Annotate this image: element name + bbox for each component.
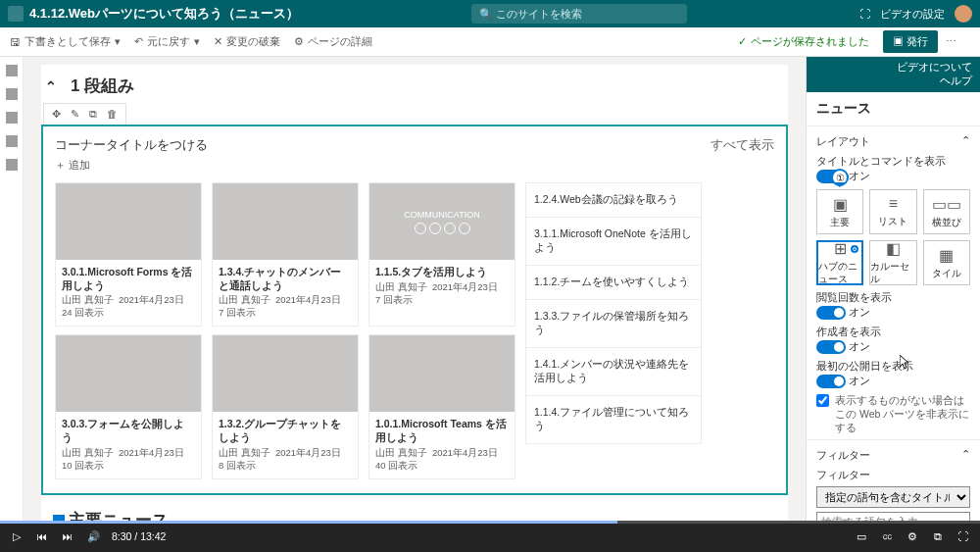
captions-icon[interactable]: ㏄ [880, 529, 894, 543]
toggle-views[interactable] [816, 306, 846, 320]
add-news-link[interactable]: ＋ 追加 [55, 158, 774, 173]
prev-icon[interactable]: ⏮ [35, 529, 49, 543]
layout-option-carousel[interactable]: ◧カルーセル [869, 240, 916, 285]
time-display: 8:30 / 13:42 [112, 530, 166, 542]
filter-select[interactable]: 指定の語句を含むタイトル [816, 486, 970, 508]
avatar[interactable] [955, 5, 972, 23]
next-icon[interactable]: ⏭ [61, 529, 74, 543]
list-item[interactable]: 1.1.2.チームを使いやすくしよう [525, 266, 702, 300]
publish-button[interactable]: ▣ 発行 [883, 30, 938, 53]
layout-option-hub[interactable]: ⊞ハブのニュース [816, 240, 863, 285]
pip-icon[interactable]: ⧉ [931, 529, 945, 543]
settings-icon[interactable]: ⚙ [906, 529, 919, 543]
page-title: 4.1.12.Webパーツについて知ろう（ニュース） [29, 5, 299, 23]
filter-input[interactable] [816, 512, 970, 521]
chapters-icon[interactable]: ▭ [855, 529, 868, 543]
rail-icon[interactable] [6, 65, 18, 76]
layout-option-tiles[interactable]: ▦タイル [923, 240, 970, 285]
play-icon[interactable]: ▷ [10, 529, 24, 543]
news-card[interactable]: 1.3.2.グループチャットをしよう 山田 真知子 2021年4月23日 8 回… [212, 334, 359, 478]
search-input[interactable]: 🔍 このサイトを検索 [471, 4, 687, 24]
webpart-title[interactable]: コーナータイトルをつける [55, 136, 208, 154]
section-header[interactable]: ⌃ 1 段組み [41, 65, 788, 103]
video-player-bar: ▷ ⏮ ⏭ 🔊 8:30 / 13:42 ▭ ㏄ ⚙ ⧉ ⛶ [0, 521, 980, 552]
duplicate-icon[interactable]: ⧉ [89, 108, 97, 121]
discard-button[interactable]: ✕ 変更の破棄 [214, 34, 280, 49]
delete-icon[interactable]: 🗑 [107, 108, 118, 121]
toggle-firstpub[interactable] [816, 375, 846, 388]
search-icon: 🔍 [479, 8, 493, 21]
rail-icon[interactable] [6, 135, 18, 147]
selected-radio-icon [851, 245, 858, 253]
card-thumbnail [56, 335, 201, 412]
app-launcher-icon[interactable] [8, 6, 24, 22]
save-draft-button[interactable]: 🖫 下書きとして保存 ▾ [10, 34, 121, 49]
toggle-label: タイトルとコマンドを表示 [816, 155, 970, 169]
chevron-down-icon: ⌃ [45, 78, 57, 94]
expand-icon[interactable]: ⛶ [859, 8, 870, 20]
suite-header: 4.1.12.Webパーツについて知ろう（ニュース） 🔍 このサイトを検索 ⛶ … [0, 0, 980, 27]
card-thumbnail [56, 183, 201, 260]
edit-icon[interactable]: ✎ [71, 108, 79, 121]
pane-title: ニュース [807, 92, 980, 126]
volume-icon[interactable]: 🔊 [86, 529, 100, 543]
card-thumbnail [213, 335, 358, 412]
group-label: レイアウト [816, 134, 870, 149]
toggle-label: 閲覧回数を表示 [816, 291, 970, 305]
list-item[interactable]: 1.3.3.ファイルの保管場所を知ろう [525, 300, 702, 348]
card-thumbnail [369, 335, 514, 412]
group-label: フィルター [816, 448, 870, 463]
list-item[interactable]: 1.4.1.メンバーの状況や連絡先を活用しよう [525, 348, 702, 396]
layout-option-top[interactable]: ▣主要 ① [816, 189, 863, 234]
more-icon[interactable]: ⋯ [946, 35, 956, 48]
webpart-toolbar: ✥ ✎ ⧉ 🗑 [43, 103, 126, 125]
toggle-label: 作成者を表示 [816, 326, 970, 339]
page-details-button[interactable]: ⚙ ページの詳細 [294, 34, 372, 49]
undo-button[interactable]: ↶ 元に戻す ▾ [134, 34, 200, 49]
progress-bar[interactable] [0, 521, 980, 524]
section-heading: 主要ニュース [41, 495, 788, 521]
left-rail [0, 57, 24, 521]
list-item[interactable]: 1.1.4.ファイル管理について知ろう [525, 396, 702, 444]
hide-empty-checkbox[interactable]: 表示するものがない場合はこの Web パーツを非表示にする [816, 394, 970, 435]
see-all-link[interactable]: すべて表示 [710, 136, 774, 154]
saved-status: ✓ ページが保存されました [738, 34, 869, 49]
video-settings-link[interactable]: ビデオの設定 [880, 7, 945, 22]
rail-icon[interactable] [6, 112, 18, 124]
news-card[interactable]: 3.0.1.Microsoft Forms を活用しよう 山田 真知子 2021… [55, 182, 202, 326]
move-icon[interactable]: ✥ [52, 108, 61, 121]
list-item[interactable]: 1.2.4.Web会議の記録を取ろう [525, 182, 702, 218]
news-side-list: 1.2.4.Web会議の記録を取ろう 3.1.1.Microsoft OneNo… [525, 182, 702, 479]
command-bar: 🖫 下書きとして保存 ▾ ↶ 元に戻す ▾ ✕ 変更の破棄 ⚙ ページの詳細 ✓… [0, 27, 980, 57]
news-card[interactable]: COMMUNICATION 1.1.5.タブを活用しよう 山田 真知子 2021… [368, 182, 515, 326]
chevron-up-icon[interactable]: ⌃ [961, 448, 970, 463]
chevron-up-icon[interactable]: ⌃ [961, 134, 970, 149]
card-thumbnail: COMMUNICATION [369, 183, 514, 260]
layout-option-list[interactable]: ≡リスト [869, 189, 916, 234]
video-info-bar: ビデオについて ヘルプ [807, 57, 980, 92]
toggle-author[interactable] [816, 340, 846, 354]
rail-icon[interactable] [6, 159, 18, 171]
video-about-link[interactable]: ビデオについて [814, 61, 972, 75]
page-canvas: ⌃ 1 段組み ✥ ✎ ⧉ 🗑 コーナータイトルをつける すべて表示 ＋ 追加 [24, 57, 806, 521]
property-pane: ビデオについて ヘルプ ニュース レイアウト⌃ タイトルとコマンドを表示 オン … [806, 57, 980, 521]
callout-marker: ① [831, 169, 849, 186]
layout-option-side[interactable]: ▭▭横並び [923, 189, 970, 234]
news-card[interactable]: 3.0.3.フォームを公開しよう 山田 真知子 2021年4月23日 10 回表… [55, 334, 202, 478]
fullscreen-icon[interactable]: ⛶ [956, 529, 970, 543]
video-help-link[interactable]: ヘルプ [814, 75, 972, 88]
news-card[interactable]: 1.3.4.チャットのメンバーと通話しよう 山田 真知子 2021年4月23日 … [212, 182, 359, 326]
card-thumbnail [213, 183, 358, 260]
layout-picker: ▣主要 ① ≡リスト ▭▭横並び ⊞ハブのニュース ◧カルーセル ▦タイル [816, 189, 970, 285]
rail-icon[interactable] [6, 88, 18, 100]
news-webpart: コーナータイトルをつける すべて表示 ＋ 追加 3.0.1.Microsoft … [41, 125, 788, 495]
list-item[interactable]: 3.1.1.Microsoft OneNote を活用しよう [525, 218, 702, 266]
news-card[interactable]: 1.0.1.Microsoft Teams を活用しよう 山田 真知子 2021… [368, 334, 515, 478]
toggle-label: 最初の公開日を表示 [816, 360, 970, 374]
